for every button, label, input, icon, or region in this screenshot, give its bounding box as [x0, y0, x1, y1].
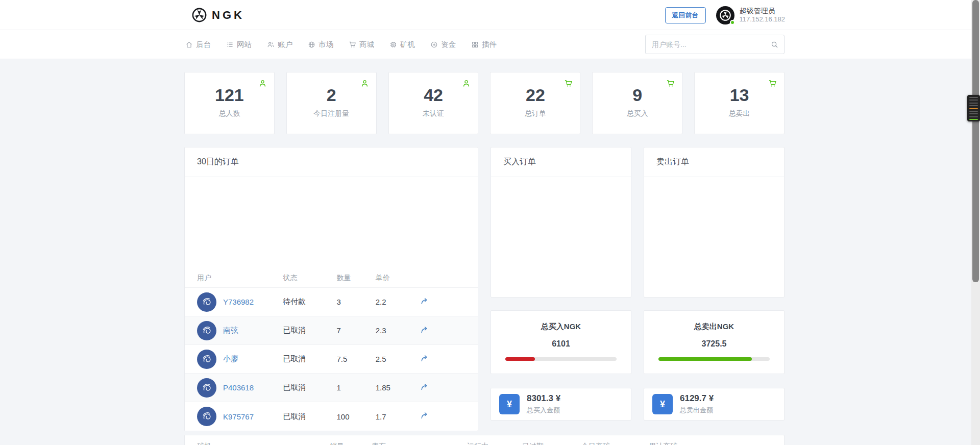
buy-progress-bar — [505, 357, 617, 361]
order-status: 已取消 — [283, 354, 336, 364]
nav-item-website[interactable]: 网站 — [226, 40, 252, 50]
avatar-art-icon — [199, 409, 214, 424]
brand-name: NGK — [212, 9, 244, 22]
minimap-line-orange — [969, 108, 978, 109]
nav-label: 市场 — [318, 40, 333, 50]
order-status: 已取消 — [283, 326, 336, 335]
orders-30d-panel: 30日的订单 用户 状态 数量 单价 Y736982 待付款 3 2.2 — [184, 147, 478, 431]
col-header: 已过期 — [522, 442, 581, 445]
stat-label: 今日注册量 — [287, 109, 376, 118]
nav-item-accounts[interactable]: 账户 — [267, 40, 292, 50]
chip-icon — [389, 41, 397, 48]
stat-value: 13 — [695, 86, 784, 105]
user-name: 超级管理员 — [740, 6, 785, 15]
nav-label: 网站 — [237, 40, 252, 50]
avatar-art-icon — [199, 352, 214, 367]
stat-value: 9 — [593, 86, 682, 105]
stat-value: 22 — [491, 86, 580, 105]
order-row: P403618 已取消 1 1.85 — [185, 374, 478, 402]
col-header: 累计产矿 — [649, 442, 772, 445]
avatar-logo-icon — [719, 9, 731, 21]
minimap-line — [969, 97, 978, 98]
order-status: 已取消 — [283, 412, 336, 422]
cart-icon — [768, 79, 777, 88]
user-menu[interactable]: 超级管理员 117.152.16.182 — [716, 6, 785, 24]
minimap-line — [969, 105, 978, 106]
scrollbar[interactable] — [971, 0, 980, 445]
top-header: NGK 返回前台 超级管理员 117.152.16.182 — [0, 0, 980, 30]
avatar — [716, 6, 734, 24]
stat-value: 42 — [389, 86, 478, 105]
order-status: 已取消 — [283, 383, 336, 392]
buy-amount-card: ¥ 8301.3 ¥ 总买入金额 — [491, 388, 631, 421]
view-order-arrow-icon[interactable] — [420, 354, 429, 363]
nav-item-market[interactable]: 市场 — [308, 40, 333, 50]
nav-item-miners[interactable]: 矿机 — [389, 40, 415, 50]
panel-title: 买入订单 — [491, 147, 631, 177]
col-header: 单价 — [376, 274, 420, 283]
buy-orders-panel: 买入订单 — [491, 147, 631, 298]
panels-row: 30日的订单 用户 状态 数量 单价 Y736982 待付款 3 2.2 — [184, 147, 785, 431]
order-row: 小廖 已取消 7.5 2.5 — [185, 345, 478, 374]
orders-table: 用户 状态 数量 单价 Y736982 待付款 3 2.2 南弦 — [185, 268, 478, 431]
col-header: 销量 — [330, 442, 372, 445]
view-order-arrow-icon[interactable] — [420, 326, 429, 334]
admin-dashboard: NGK 返回前台 超级管理员 117.152.16.182 后台 网站 账户 市… — [0, 0, 980, 445]
view-order-arrow-icon[interactable] — [420, 411, 429, 420]
order-qty: 7.5 — [337, 355, 376, 363]
amount-block: 6129.7 ¥ 总卖出金额 — [680, 393, 714, 415]
nav-item-funds[interactable]: 资金 — [430, 40, 456, 50]
amount-value: 6129.7 ¥ — [680, 393, 714, 404]
user-avatar — [197, 350, 216, 369]
minimap-line — [969, 111, 978, 112]
mining-panel: 矿机 销量 库存 运行中 已过期 今日产矿 累计产矿 — [184, 435, 785, 445]
person-icon — [258, 79, 267, 88]
coin-icon — [430, 41, 438, 48]
order-row: Y736982 待付款 3 2.2 — [185, 288, 478, 316]
cart-icon — [666, 79, 675, 88]
view-order-arrow-icon[interactable] — [420, 383, 429, 391]
search-input[interactable] — [646, 35, 784, 54]
order-qty: 100 — [337, 412, 376, 421]
amount-block: 8301.3 ¥ 总买入金额 — [527, 393, 560, 415]
col-header: 今日产矿 — [581, 442, 649, 445]
user-link[interactable]: 南弦 — [223, 326, 238, 335]
total-title: 总卖出NGK — [644, 322, 784, 332]
total-value: 3725.5 — [644, 339, 784, 349]
panel-title: 30日的订单 — [185, 147, 478, 177]
panel-title: 卖出订单 — [644, 147, 784, 177]
nav-item-plugins[interactable]: 插件 — [471, 40, 497, 50]
nav-item-backend[interactable]: 后台 — [185, 40, 211, 50]
buy-progress-fill — [505, 357, 535, 361]
person-icon — [360, 79, 369, 88]
online-status-dot — [730, 20, 735, 25]
cart-icon — [564, 79, 573, 88]
col-header: 用户 — [197, 274, 283, 283]
user-link[interactable]: K975767 — [223, 412, 254, 421]
view-order-arrow-icon[interactable] — [420, 297, 429, 306]
order-price: 1.7 — [376, 412, 420, 421]
stats-row: 121 总人数 2 今日注册量 42 未认证 22 总订单 9 总买入 — [184, 72, 785, 134]
brand-logo: NGK — [191, 0, 244, 30]
col-header: 库存 — [372, 442, 467, 445]
order-price: 1.85 — [376, 383, 420, 392]
user-link[interactable]: 小廖 — [223, 354, 238, 364]
col-header: 数量 — [337, 274, 376, 283]
user-link[interactable]: P403618 — [223, 383, 254, 392]
scrollbar-thumb[interactable] — [972, 0, 979, 282]
orders-chart-area — [185, 177, 478, 268]
search-icon[interactable] — [771, 41, 778, 48]
ngk-logo-icon — [191, 7, 207, 23]
order-status: 待付款 — [283, 297, 336, 307]
user-avatar — [197, 407, 216, 426]
back-to-front-button[interactable]: 返回前台 — [665, 7, 706, 23]
order-qty: 3 — [337, 298, 376, 306]
stat-card-total-buys: 9 总买入 — [592, 72, 682, 134]
user-meta: 超级管理员 117.152.16.182 — [740, 6, 785, 24]
amount-value: 8301.3 ¥ — [527, 393, 560, 404]
minimap-line-green — [969, 119, 978, 120]
nav-item-mall[interactable]: 商城 — [349, 40, 374, 50]
stat-label: 未认证 — [389, 109, 478, 118]
user-link[interactable]: Y736982 — [223, 298, 254, 306]
nav-label: 资金 — [441, 40, 456, 50]
